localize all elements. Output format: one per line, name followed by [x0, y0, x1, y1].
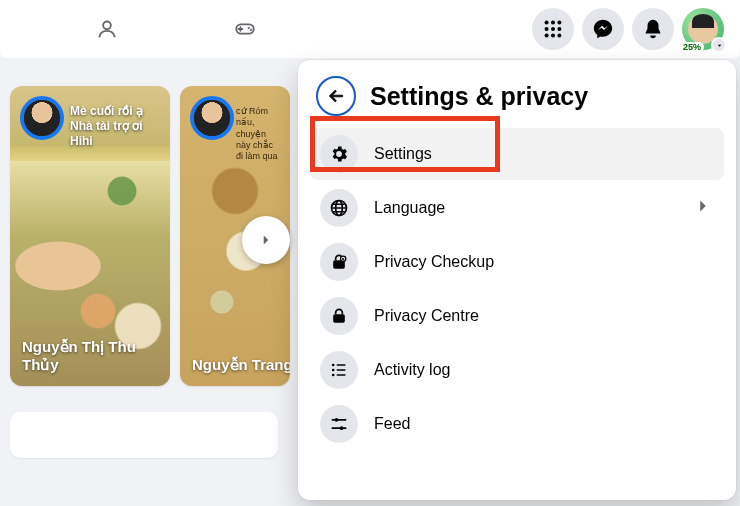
- story-author-avatar: [190, 96, 234, 140]
- top-nav: 25%: [0, 0, 740, 58]
- svg-point-25: [340, 426, 344, 430]
- people-nav-icon[interactable]: [86, 8, 128, 50]
- menu-item-feed[interactable]: Feed: [310, 398, 724, 450]
- chevron-down-icon: [711, 37, 727, 53]
- list-icon: [320, 351, 358, 389]
- story-overlay-text: cứ Róm nấu, chuyện này chắc đi làm qua: [236, 106, 282, 162]
- svg-point-19: [332, 369, 335, 372]
- svg-point-9: [557, 27, 561, 31]
- svg-point-24: [335, 418, 339, 422]
- svg-point-12: [557, 33, 561, 37]
- back-button[interactable]: [316, 76, 356, 116]
- menu-label: Privacy Centre: [374, 307, 479, 325]
- lock-icon: [320, 297, 358, 335]
- chevron-right-icon: [692, 195, 714, 221]
- panel-title: Settings & privacy: [370, 82, 588, 111]
- gaming-nav-icon[interactable]: [224, 8, 266, 50]
- menu-item-activity-log[interactable]: Activity log: [310, 344, 724, 396]
- svg-point-8: [551, 27, 555, 31]
- story-overlay-text: Mè cuối rồi ạ Nhà tài trợ ơi Hihi: [70, 104, 162, 149]
- menu-item-privacy-checkup[interactable]: Privacy Checkup: [310, 236, 724, 288]
- svg-rect-17: [333, 314, 345, 322]
- menu-item-language[interactable]: Language: [310, 182, 724, 234]
- story-caption: Nguyễn Trang: [192, 356, 278, 374]
- sliders-icon: [320, 405, 358, 443]
- svg-point-3: [250, 29, 252, 31]
- menu-label: Activity log: [374, 361, 450, 379]
- gear-icon: [320, 135, 358, 173]
- svg-rect-21: [337, 364, 346, 366]
- svg-point-0: [103, 21, 111, 29]
- menu-list: Settings Language Privacy Checkup Privac…: [306, 128, 728, 450]
- svg-rect-22: [337, 369, 346, 371]
- menu-grid-button[interactable]: [532, 8, 574, 50]
- menu-label: Settings: [374, 145, 432, 163]
- svg-point-20: [332, 374, 335, 377]
- composer-card[interactable]: [10, 412, 278, 458]
- panel-header: Settings & privacy: [306, 72, 728, 128]
- account-avatar-button[interactable]: 25%: [682, 8, 724, 50]
- svg-rect-23: [337, 374, 346, 376]
- svg-point-7: [545, 27, 549, 31]
- notifications-button[interactable]: [632, 8, 674, 50]
- globe-icon: [320, 189, 358, 227]
- story-card[interactable]: Mè cuối rồi ạ Nhà tài trợ ơi Hihi Nguyễn…: [10, 86, 170, 386]
- story-caption: Nguyễn Thị Thu Thủy: [22, 338, 158, 374]
- menu-label: Feed: [374, 415, 410, 433]
- stories-next-button[interactable]: [242, 216, 290, 264]
- svg-point-4: [545, 21, 549, 25]
- stories-strip: Mè cuối rồi ạ Nhà tài trợ ơi Hihi Nguyễn…: [10, 86, 290, 386]
- messenger-button[interactable]: [582, 8, 624, 50]
- settings-privacy-panel: Settings & privacy Settings Language Pri…: [298, 60, 736, 500]
- menu-item-settings[interactable]: Settings: [310, 128, 724, 180]
- svg-point-10: [545, 33, 549, 37]
- svg-point-2: [248, 27, 250, 29]
- svg-point-5: [551, 21, 555, 25]
- avatar-progress-badge: 25%: [680, 42, 704, 52]
- menu-label: Privacy Checkup: [374, 253, 494, 271]
- svg-point-6: [557, 21, 561, 25]
- svg-point-18: [332, 364, 335, 367]
- svg-point-11: [551, 33, 555, 37]
- menu-label: Language: [374, 199, 445, 217]
- menu-item-privacy-centre[interactable]: Privacy Centre: [310, 290, 724, 342]
- story-author-avatar: [20, 96, 64, 140]
- lock-heart-icon: [320, 243, 358, 281]
